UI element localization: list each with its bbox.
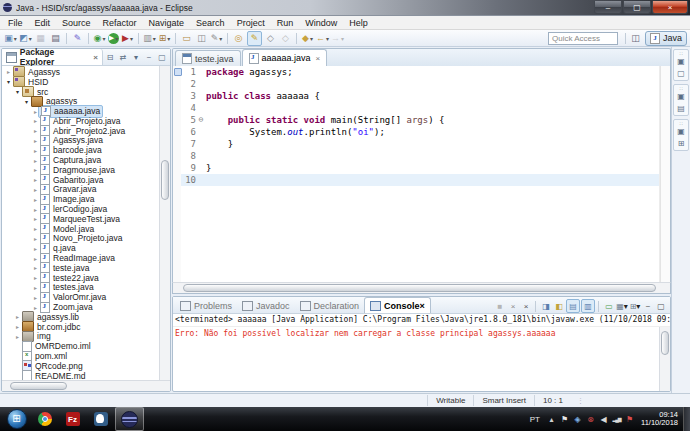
tree-expand-icon[interactable]: ▸ — [31, 206, 40, 213]
menu-navigate[interactable]: Navigate — [143, 18, 191, 28]
tree-expand-icon[interactable]: ▸ — [31, 235, 40, 242]
toolbar-run-external-tools-icon[interactable]: ▶▾ — [121, 32, 134, 45]
toolbar-next-annotation-icon[interactable]: ◇ — [264, 32, 277, 45]
window-close-button[interactable]: × — [652, 1, 688, 14]
menu-window[interactable]: Window — [299, 18, 343, 28]
toolbar-open-task-icon[interactable]: ▭ — [180, 32, 193, 45]
taskbar-app-postgresql[interactable] — [87, 408, 114, 430]
tree-expand-icon[interactable]: ▸ — [31, 127, 40, 134]
console-maximize-view-icon[interactable]: ▢ — [655, 300, 667, 312]
menu-help[interactable]: Help — [343, 18, 374, 28]
open-perspective-icon[interactable]: ◫ — [629, 32, 642, 45]
tree-expand-icon[interactable]: ▸ — [31, 117, 40, 124]
console-clear-console-icon[interactable]: ▭ — [603, 300, 615, 312]
tree-expand-icon[interactable]: ▸ — [31, 147, 40, 154]
console-remove-all-terminated-icon[interactable]: × — [520, 300, 532, 312]
tree-vertical-scrollbar[interactable] — [159, 66, 170, 380]
tree-expand-icon[interactable]: ▸ — [31, 294, 40, 301]
tree-expand-icon[interactable]: ▸ — [13, 313, 22, 320]
toolbar-previous-annotation-icon[interactable]: ◇ — [279, 32, 292, 45]
editor-tab-teste.java[interactable]: teste.java — [175, 50, 241, 66]
tree-expand-icon[interactable]: ▸ — [31, 264, 40, 271]
quick-access-input[interactable]: Quick Access — [548, 32, 618, 45]
console-show-console-on-stdout-icon[interactable]: ◨ — [540, 300, 552, 312]
hidden-icons-icon[interactable]: ▴ — [546, 415, 557, 424]
tree-item[interactable]: ▸Novo_Projeto.java — [2, 234, 159, 244]
type-hierarchy-view-icon[interactable]: ⊞ — [675, 137, 687, 149]
console-terminate-icon[interactable]: ■ — [494, 300, 506, 312]
console-minimize-view-icon[interactable]: − — [642, 300, 654, 312]
code-editor[interactable]: 1package agassys;23public class aaaaaa {… — [181, 66, 660, 282]
console-vertical-scrollbar[interactable] — [659, 327, 670, 391]
restore-view-icon[interactable]: ▣ — [675, 125, 687, 137]
console-scroll-lock-icon[interactable]: ▤ — [566, 299, 580, 313]
console-tab-console[interactable]: Console × — [364, 297, 431, 313]
security-alert-icon[interactable]: ⊗ — [585, 415, 596, 424]
maximize-view-icon[interactable]: ▢ — [156, 51, 168, 63]
toolbar-coverage-icon[interactable]: ▥▾ — [143, 32, 156, 45]
menu-source[interactable]: Source — [56, 18, 97, 28]
tree-expand-icon[interactable]: ▸ — [31, 157, 40, 164]
tree-expand-icon[interactable]: ▸ — [31, 255, 40, 262]
tree-expand-icon[interactable]: ▸ — [31, 284, 40, 291]
java-perspective-button[interactable]: Java — [645, 31, 687, 46]
tree-expand-icon[interactable]: ▸ — [31, 196, 40, 203]
tree-collapse-icon[interactable]: ▾ — [13, 88, 22, 95]
tree-expand-icon[interactable]: ▸ — [31, 304, 40, 311]
console-word-wrap-icon[interactable]: ▥ — [581, 299, 595, 313]
window-minimize-button[interactable]: – — [594, 1, 622, 14]
toolbar-new-java-project-icon[interactable]: ⊞▾ — [158, 32, 171, 45]
collapse-all-icon[interactable]: ⊟ — [104, 51, 116, 63]
tree-expand-icon[interactable]: ▸ — [13, 323, 22, 330]
console-open-console-icon[interactable]: ⊞▾ — [629, 300, 641, 312]
toolbar-open-type-icon[interactable]: ◫ — [195, 32, 208, 45]
network-error-icon[interactable]: ⚑ — [624, 415, 635, 424]
menu-project[interactable]: Project — [231, 18, 271, 28]
menu-search[interactable]: Search — [190, 18, 231, 28]
network-signal-icon[interactable]: ▂▄▆ — [611, 416, 622, 422]
editor-tab-aaaaaa.java[interactable]: aaaaaa.java× — [242, 49, 328, 66]
toolbar-run-icon[interactable]: ▶▾ — [108, 33, 119, 44]
volume-icon[interactable]: ◀ — [598, 415, 609, 424]
toolbar-select-tool-icon[interactable]: ✎ — [71, 32, 84, 45]
menu-run[interactable]: Run — [271, 18, 300, 28]
outline-view-icon[interactable]: ▤ — [675, 102, 687, 114]
show-desktop-button[interactable] — [683, 407, 690, 431]
restore-view-icon[interactable]: ▣ — [675, 90, 687, 102]
restore-view-icon[interactable]: ▣ — [675, 55, 687, 67]
tab-close-icon[interactable]: × — [316, 54, 321, 63]
taskbar-app-start[interactable] — [3, 408, 30, 430]
toolbar-new-wizard-icon[interactable]: ▣▾ — [4, 32, 17, 45]
taskbar-clock[interactable]: 09:14 11/10/2018 — [636, 411, 683, 427]
tree-expand-icon[interactable]: ▸ — [31, 137, 40, 144]
title-bar[interactable]: Java - HSID/src/agassys/aaaaaa.java - Ec… — [0, 0, 690, 16]
toolbar-new-java-class-icon[interactable]: ◩▾ — [19, 32, 32, 45]
toolbar-debug-icon[interactable]: ◉▾ — [93, 32, 106, 45]
console-show-console-on-stderr-icon[interactable]: ◧ — [553, 300, 565, 312]
editor-horizontal-scrollbar[interactable] — [172, 282, 671, 294]
link-with-editor-icon[interactable]: ⇄ — [117, 51, 129, 63]
action-center-icon[interactable]: ⚑ — [559, 415, 570, 424]
toolbar-mark-occurrences-icon[interactable]: ✎ — [247, 31, 262, 46]
console-display-selected-console-icon[interactable]: ▦▾ — [616, 300, 628, 312]
minimize-view-icon[interactable]: − — [143, 51, 155, 63]
view-menu-icon[interactable]: ▾ — [130, 51, 142, 63]
fold-collapse-icon[interactable]: ⊖ — [196, 114, 206, 126]
menu-refactor[interactable]: Refactor — [97, 18, 143, 28]
view-close-icon[interactable]: × — [93, 53, 98, 62]
tree-expand-icon[interactable]: ▸ — [31, 225, 40, 232]
taskbar-app-filezilla[interactable] — [59, 408, 86, 430]
tree-expand-icon[interactable]: ▸ — [31, 166, 40, 173]
toolbar-forward-icon[interactable]: →▾ — [331, 32, 344, 45]
toolbar-save-icon[interactable]: ▦ — [34, 32, 47, 45]
taskbar-app-eclipse[interactable] — [115, 407, 144, 431]
overview-ruler[interactable] — [660, 66, 670, 282]
tree-item[interactable]: ▾src — [2, 87, 159, 97]
tree-collapse-icon[interactable]: ▾ — [4, 78, 13, 85]
tree-collapse-icon[interactable]: ▾ — [22, 98, 31, 105]
console-tab-javadoc[interactable]: Javadoc — [237, 299, 295, 313]
toolbar-last-edit-location-icon[interactable]: ◆▾ — [301, 32, 314, 45]
package-explorer-tab[interactable]: Package Explorer × — [2, 49, 103, 65]
tab-close-icon[interactable]: × — [420, 301, 425, 311]
task-list-view-icon[interactable]: ▢ — [675, 67, 687, 79]
